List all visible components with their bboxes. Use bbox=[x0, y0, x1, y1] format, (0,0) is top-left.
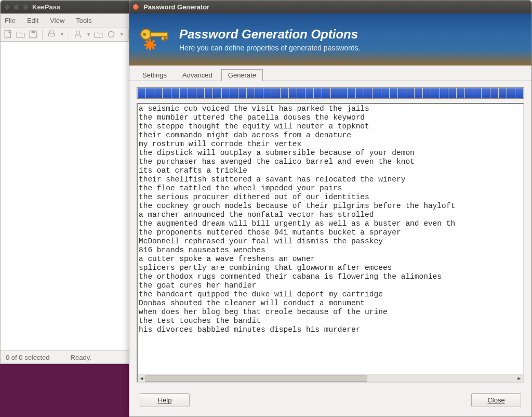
password-strength-bar bbox=[137, 87, 524, 99]
dialog-title: Password Generator bbox=[143, 3, 209, 11]
svg-point-6 bbox=[108, 31, 114, 37]
status-selection: 0 of 0 selected bbox=[6, 354, 50, 361]
scroll-left-icon[interactable]: ◄ bbox=[138, 375, 145, 381]
main-window-title: KeePass bbox=[32, 3, 60, 11]
key-generator-icon bbox=[138, 24, 171, 56]
window-controls bbox=[4, 4, 29, 10]
svg-point-12 bbox=[143, 33, 146, 36]
toolbar-separator bbox=[69, 30, 69, 39]
horizontal-scrollbar[interactable]: ◄ ► bbox=[138, 374, 523, 382]
save-icon[interactable] bbox=[29, 30, 38, 39]
tabstrip: Settings Advanced Generate bbox=[129, 69, 531, 81]
dialog-header: Password Generation Options Here you can… bbox=[129, 14, 531, 66]
dialog-button-row: Help Close bbox=[129, 388, 531, 416]
svg-rect-15 bbox=[165, 36, 168, 39]
add-entry-icon[interactable] bbox=[73, 30, 83, 39]
window-close-icon[interactable] bbox=[4, 4, 10, 10]
tab-advanced[interactable]: Advanced bbox=[176, 69, 219, 81]
dropdown-icon[interactable]: ▼ bbox=[119, 32, 124, 37]
generated-passwords-textarea[interactable]: a seismic cub voiced the visit has parke… bbox=[138, 104, 523, 374]
generated-passwords-box: a seismic cub voiced the visit has parke… bbox=[137, 103, 524, 383]
open-folder-icon[interactable] bbox=[16, 30, 25, 39]
dialog-header-subtitle: Here you can define properties of genera… bbox=[179, 44, 361, 52]
tab-generate[interactable]: Generate bbox=[221, 69, 263, 81]
menu-view[interactable]: View bbox=[50, 17, 64, 24]
help-button[interactable]: Help bbox=[140, 393, 190, 407]
menu-file[interactable]: File bbox=[5, 17, 16, 24]
new-file-icon[interactable] bbox=[4, 30, 13, 39]
svg-point-5 bbox=[76, 31, 80, 34]
dropdown-icon[interactable]: ▼ bbox=[59, 32, 64, 37]
close-button[interactable]: Close bbox=[471, 393, 521, 407]
print-icon[interactable] bbox=[47, 30, 56, 39]
window-minimize-icon[interactable] bbox=[13, 4, 20, 10]
svg-rect-2 bbox=[32, 31, 35, 33]
dialog-header-text: Password Generation Options Here you can… bbox=[179, 27, 361, 52]
status-ready: Ready. bbox=[71, 354, 91, 361]
scrollbar-thumb[interactable] bbox=[145, 375, 367, 382]
password-generator-dialog: Password Generator Password Generation O… bbox=[129, 0, 532, 417]
svg-rect-4 bbox=[50, 31, 54, 33]
svg-rect-0 bbox=[5, 30, 10, 38]
dialog-header-title: Password Generation Options bbox=[179, 27, 361, 42]
svg-rect-3 bbox=[48, 33, 54, 36]
window-maximize-icon[interactable] bbox=[22, 4, 29, 10]
tab-generate-panel: a seismic cub voiced the visit has parke… bbox=[129, 81, 531, 388]
scrollbar-track[interactable] bbox=[145, 374, 515, 382]
close-icon[interactable] bbox=[132, 4, 139, 10]
entry-icon[interactable] bbox=[107, 30, 116, 39]
menu-edit[interactable]: Edit bbox=[27, 17, 38, 24]
dialog-titlebar[interactable]: Password Generator bbox=[129, 1, 531, 14]
scroll-right-icon[interactable]: ► bbox=[515, 375, 523, 381]
tab-settings[interactable]: Settings bbox=[136, 69, 174, 81]
menu-tools[interactable]: Tools bbox=[76, 17, 91, 24]
svg-rect-13 bbox=[150, 32, 168, 36]
dropdown-icon[interactable]: ▼ bbox=[86, 32, 91, 37]
toolbar-separator bbox=[42, 30, 43, 39]
svg-rect-14 bbox=[162, 36, 164, 40]
folder-icon[interactable] bbox=[94, 30, 103, 39]
